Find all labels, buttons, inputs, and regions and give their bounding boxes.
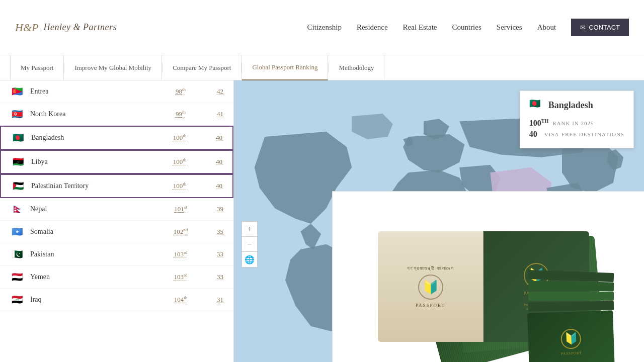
country-name: North Korea	[30, 110, 168, 118]
photo-card: 🔰 PASSPORTপাসপোর্ট 🔰 PASSPORTপাসপোর্ট Pe…	[332, 191, 644, 362]
country-row[interactable]: 🇸🇴 Somalia 102nd 35	[0, 221, 233, 243]
nav-item-countries[interactable]: Countries	[452, 23, 481, 32]
country-rank: 100th	[167, 133, 192, 142]
globe-button[interactable]: 🌐	[242, 252, 257, 267]
country-rank: 101st	[168, 205, 193, 213]
country-score: 40	[207, 158, 222, 166]
country-name: Yemen	[30, 273, 168, 281]
country-score: 33	[208, 273, 223, 281]
country-row[interactable]: 🇾🇪 Yemen 103rd 33	[0, 266, 233, 289]
country-score: 31	[208, 296, 223, 304]
country-rank: 98th	[168, 87, 193, 96]
country-score: 35	[208, 228, 223, 236]
map-panel: 🇧🇩 Bangladesh 100TH RANK IN 2025 40 VISA…	[234, 80, 644, 362]
info-card-country: 🇧🇩 Bangladesh	[529, 98, 624, 112]
nav-item-residence[interactable]: Residence	[357, 23, 388, 32]
country-list[interactable]: 🇪🇷 Entrea 98th 42 🇰🇵 North Korea 99th 41…	[0, 80, 233, 362]
subnav-compare-passport[interactable]: Compare My Passport	[163, 55, 242, 80]
country-rank: 104th	[168, 295, 193, 304]
country-flag: 🇧🇩	[11, 131, 25, 145]
subnav-methodology[interactable]: Methodology	[329, 55, 384, 80]
country-flag: 🇪🇷	[10, 84, 24, 99]
subnav: My Passport Improve My Global Mobility C…	[0, 55, 644, 80]
country-flag: 🇮🇶	[10, 293, 24, 307]
country-rank: 102nd	[168, 227, 193, 236]
country-row[interactable]: 🇪🇷 Entrea 98th 42	[0, 80, 233, 103]
country-score: 39	[208, 205, 223, 213]
country-row[interactable]: 🇵🇸 Palestinian Territory 100th 40	[0, 174, 233, 198]
info-country-name: Bangladesh	[548, 100, 593, 111]
main-content: 🇪🇷 Entrea 98th 42 🇰🇵 North Korea 99th 41…	[0, 80, 644, 362]
info-score-row: 40 VISA-FREE DESTINATIONS	[529, 130, 624, 139]
map-controls: + − 🌐	[242, 221, 258, 267]
country-name: Nepal	[30, 205, 168, 213]
country-row[interactable]: 🇰🇵 North Korea 99th 41	[0, 103, 233, 126]
subnav-improve-mobility[interactable]: Improve My Global Mobility	[64, 55, 162, 80]
zoom-in-button[interactable]: +	[242, 222, 257, 237]
country-name: Bangladesh	[31, 134, 167, 142]
nav-item-real-estate[interactable]: Real Estate	[403, 23, 437, 32]
country-flag: 🇸🇴	[10, 225, 24, 239]
country-rank: 99th	[168, 110, 193, 118]
country-flag: 🇱🇾	[11, 155, 25, 169]
country-name: Somalia	[30, 228, 168, 236]
country-flag: 🇵🇸	[11, 179, 25, 193]
info-card: 🇧🇩 Bangladesh 100TH RANK IN 2025 40 VISA…	[520, 90, 634, 148]
info-rank-label: RANK IN 2025	[552, 120, 594, 126]
country-name: Libya	[31, 158, 167, 166]
subnav-global-ranking[interactable]: Global Passport Ranking	[242, 55, 328, 80]
info-score-number: 40	[529, 130, 537, 139]
country-score: 33	[208, 250, 223, 258]
country-name: Pakistan	[30, 250, 168, 258]
country-rank: 100th	[167, 157, 192, 166]
country-flag: 🇰🇵	[10, 107, 24, 121]
zoom-out-button[interactable]: −	[242, 237, 257, 252]
country-row[interactable]: 🇧🇩 Bangladesh 100th 40	[0, 126, 233, 150]
left-panel: 🇪🇷 Entrea 98th 42 🇰🇵 North Korea 99th 41…	[0, 80, 234, 362]
info-score-label: VISA-FREE DESTINATIONS	[544, 131, 624, 137]
country-flag: 🇵🇰	[10, 247, 24, 261]
nav-item-about[interactable]: About	[537, 23, 556, 32]
country-rank: 100th	[167, 182, 192, 190]
country-name: Iraq	[30, 296, 168, 304]
logo-text: Henley & Partners	[43, 22, 116, 33]
nav-item-citizenship[interactable]: Citizenship	[307, 23, 342, 32]
nav-item-services[interactable]: Services	[497, 23, 522, 32]
country-row[interactable]: 🇳🇵 Nepal 101st 39	[0, 198, 233, 221]
country-score: 40	[207, 134, 222, 142]
country-row[interactable]: 🇵🇰 Pakistan 103rd 33	[0, 243, 233, 266]
country-rank: 103rd	[168, 273, 193, 281]
country-score: 40	[207, 182, 222, 190]
passport-stack-right: 🔰 PASSPORT	[528, 272, 619, 362]
logo-icon: H&P	[15, 21, 38, 34]
country-score: 42	[208, 87, 223, 96]
header: H&P Henley & Partners Citizenship Reside…	[0, 0, 644, 55]
subnav-my-passport[interactable]: My Passport	[10, 55, 64, 80]
main-nav: Citizenship Residence Real Estate Countr…	[307, 19, 629, 36]
info-flag: 🇧🇩	[529, 98, 543, 112]
country-name: Palestinian Territory	[31, 182, 167, 190]
country-flag: 🇾🇪	[10, 270, 24, 284]
logo[interactable]: H&P Henley & Partners	[15, 21, 117, 34]
contact-button[interactable]: ✉ CONTACT	[571, 19, 629, 36]
country-row[interactable]: 🇮🇶 Iraq 104th 31	[0, 289, 233, 311]
country-flag: 🇳🇵	[10, 202, 24, 216]
country-row[interactable]: 🇱🇾 Libya 100th 40	[0, 150, 233, 174]
passport-stack: 🔰 PASSPORTপাসপোর্ট 🔰 PASSPORTপাসপোর্ট Pe…	[348, 211, 629, 362]
country-rank: 103rd	[168, 250, 193, 258]
info-rank-number: 100TH	[529, 118, 548, 128]
country-name: Entrea	[30, 87, 168, 96]
email-icon: ✉	[580, 24, 586, 31]
info-rank-row: 100TH RANK IN 2025	[529, 118, 624, 128]
country-score: 41	[208, 110, 223, 118]
